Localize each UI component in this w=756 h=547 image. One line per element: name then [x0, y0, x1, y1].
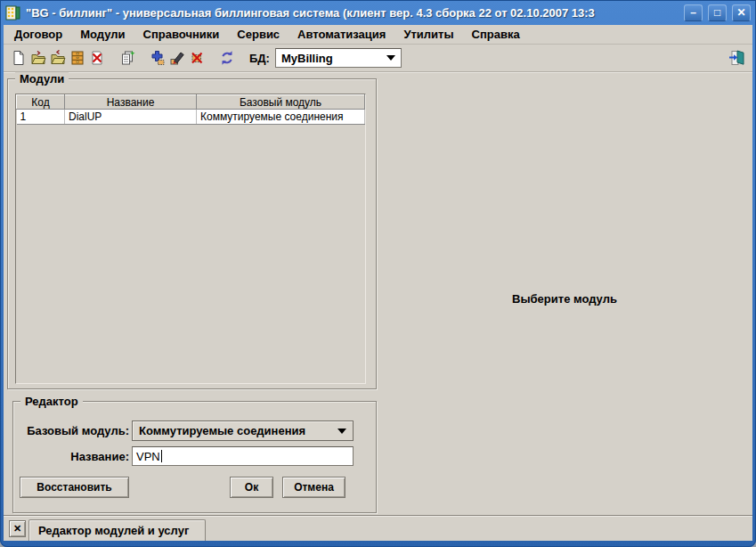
bottom-tab-bar: ✕ Редактор модулей и услуг	[4, 515, 752, 541]
menu-spravka[interactable]: Справка	[463, 26, 529, 43]
menu-dogovor[interactable]: Договор	[5, 26, 71, 43]
base-module-select[interactable]: Коммутируемые соединения	[132, 420, 354, 441]
menu-servis[interactable]: Сервис	[228, 26, 289, 43]
base-module-selected-value: Коммутируемые соединения	[139, 424, 305, 437]
column-header-code[interactable]: Код	[17, 95, 65, 110]
client-area: Модули Код Название Базовый модуль	[4, 72, 752, 515]
window-title: "BG - биллинг" - универсальная биллингов…	[26, 6, 679, 20]
exit-icon[interactable]	[728, 48, 747, 68]
db-select[interactable]: MyBilling	[275, 48, 402, 68]
archive-drawers-icon[interactable]	[68, 48, 87, 68]
cancel-button[interactable]: Отмена	[282, 477, 345, 498]
refresh-icon[interactable]	[217, 48, 237, 68]
cell-name[interactable]: DialUP	[65, 110, 197, 125]
table-row[interactable]: 1 DialUP Коммутируемые соединения	[17, 110, 365, 125]
chevron-down-icon	[386, 55, 395, 61]
column-header-name[interactable]: Название	[65, 95, 197, 110]
menu-utility[interactable]: Утилиты	[394, 26, 462, 43]
restore-button[interactable]: Восстановить	[20, 477, 129, 498]
db-selected-value: MyBilling	[281, 52, 333, 65]
ok-button[interactable]: Ок	[230, 477, 273, 498]
minimize-button[interactable]: –	[684, 4, 703, 21]
text-cursor	[161, 450, 162, 462]
import-folder-icon[interactable]	[48, 48, 68, 68]
open-folder-icon[interactable]	[28, 48, 48, 68]
add-record-icon[interactable]	[148, 48, 167, 68]
menu-bar: Договор Модули Справочники Сервис Автома…	[4, 25, 752, 45]
select-module-message: Выберите модуль	[377, 292, 752, 306]
menu-spravochniki[interactable]: Справочники	[134, 26, 229, 43]
app-logo-icon	[5, 5, 20, 20]
editor-panel-title: Редактор	[20, 395, 83, 408]
modules-panel-title: Модули	[15, 72, 69, 86]
app-body: Договор Модули Справочники Сервис Автома…	[4, 25, 752, 541]
name-input[interactable]: VPN	[132, 446, 354, 466]
modules-table-viewport[interactable]: Код Название Базовый модуль 1 DialUP Ком…	[15, 94, 366, 384]
titlebar[interactable]: "BG - биллинг" - универсальная биллингов…	[0, 0, 756, 25]
copy-paste-icon[interactable]	[118, 48, 137, 68]
edit-record-icon[interactable]	[167, 48, 187, 68]
tab-module-editor[interactable]: Редактор модулей и услуг	[28, 519, 206, 541]
app-window: "BG - биллинг" - универсальная биллингов…	[0, 0, 756, 547]
delete-record-icon[interactable]	[187, 48, 207, 68]
delete-document-icon[interactable]	[87, 48, 107, 68]
chevron-down-icon	[337, 429, 346, 434]
name-label: Название:	[20, 450, 129, 463]
db-label: БД:	[249, 52, 270, 65]
base-module-label: Базовый модуль:	[20, 424, 129, 437]
modules-panel: Модули Код Название Базовый модуль	[7, 78, 377, 389]
column-header-base-module[interactable]: Базовый модуль	[197, 95, 365, 110]
maximize-button[interactable]: □	[708, 4, 727, 21]
cell-code[interactable]: 1	[17, 110, 65, 125]
modules-table: Код Название Базовый модуль 1 DialUP Ком…	[16, 94, 365, 125]
new-document-icon[interactable]	[9, 48, 28, 68]
name-input-value: VPN	[136, 450, 160, 463]
tab-close-icon[interactable]: ✕	[9, 520, 26, 537]
toolbar: БД: MyBilling	[4, 45, 752, 72]
close-button[interactable]: ✕	[732, 4, 751, 21]
modules-table-header-row: Код Название Базовый модуль	[17, 95, 365, 110]
editor-panel: Редактор Базовый модуль: Коммутируемые с…	[12, 401, 377, 513]
menu-avtomatizacia[interactable]: Автоматизация	[289, 26, 394, 43]
menu-moduli[interactable]: Модули	[71, 26, 134, 43]
cell-base-module[interactable]: Коммутируемые соединения	[197, 110, 365, 125]
